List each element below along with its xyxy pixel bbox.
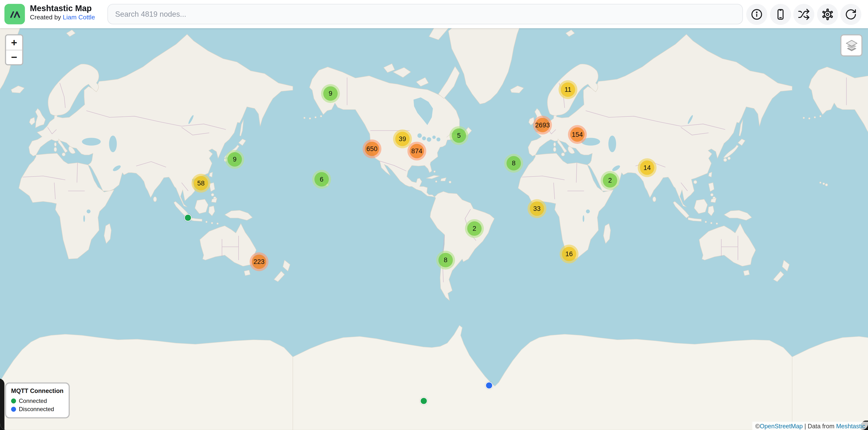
cluster-marker[interactable]: 5 <box>450 126 468 145</box>
gear-icon <box>821 8 833 20</box>
zoom-control: + − <box>5 34 23 65</box>
zoom-in-button[interactable]: + <box>6 35 22 49</box>
byline: Created by Liam Cottle <box>30 14 95 21</box>
osm-link[interactable]: OpenStreetMap <box>760 423 803 429</box>
cluster-count: 2 <box>603 173 617 188</box>
header-actions <box>746 4 861 25</box>
layers-icon <box>844 38 859 53</box>
legend-item-disconnected: Disconnected <box>11 405 64 412</box>
meshtastic-map-app: Meshtastic Map Created by Liam Cottle <box>0 0 868 430</box>
legend-label: Connected <box>19 397 47 404</box>
cluster-marker[interactable]: 2 <box>465 219 484 238</box>
node-marker-connected[interactable] <box>184 214 191 221</box>
cluster-count: 16 <box>562 247 576 261</box>
cluster-count: 8 <box>506 156 521 170</box>
cluster-count: 650 <box>365 142 379 156</box>
cluster-count: 154 <box>570 127 584 142</box>
cluster-marker[interactable]: 9 <box>225 150 244 169</box>
connected-dot-icon <box>11 398 16 403</box>
legend-label: Disconnected <box>19 405 54 412</box>
disconnected-dot-icon <box>11 406 16 411</box>
cluster-marker[interactable]: 58 <box>192 174 211 193</box>
cluster-count: 14 <box>640 161 654 175</box>
cluster-marker[interactable]: 16 <box>560 244 579 263</box>
cluster-marker[interactable]: 223 <box>250 252 269 271</box>
page-title: Meshtastic Map <box>30 3 95 13</box>
info-icon <box>750 8 763 20</box>
cluster-marker[interactable]: 2 <box>600 171 620 190</box>
cluster-count: 11 <box>561 82 575 97</box>
cluster-count: 5 <box>452 128 466 143</box>
top-bar: Meshtastic Map Created by Liam Cottle <box>0 0 868 28</box>
mobile-app-button[interactable] <box>770 4 791 25</box>
cluster-marker[interactable]: 14 <box>638 158 657 177</box>
meshtastic-link[interactable]: Meshtastic <box>836 423 865 429</box>
cluster-marker[interactable]: 8 <box>436 251 455 269</box>
refresh-button[interactable] <box>840 4 862 25</box>
cluster-marker[interactable]: 9 <box>321 84 340 103</box>
cluster-marker[interactable]: 154 <box>568 125 587 144</box>
markers-layer: 939650874511269315482143328162239586 <box>0 0 868 430</box>
cluster-marker[interactable]: 874 <box>407 142 426 161</box>
cluster-count: 39 <box>395 132 409 146</box>
layers-control[interactable] <box>840 34 862 57</box>
cluster-marker[interactable]: 2693 <box>533 116 552 135</box>
cluster-marker[interactable]: 8 <box>504 154 523 173</box>
title-block: Meshtastic Map Created by Liam Cottle <box>30 3 95 21</box>
map-attribution: © OpenStreetMap | Data from Meshtastic <box>752 422 868 430</box>
legend-title: MQTT Connection <box>11 387 64 394</box>
cluster-marker[interactable]: 650 <box>363 139 381 158</box>
mqtt-legend: MQTT Connection Connected Disconnected <box>5 382 70 418</box>
shuffle-icon <box>798 8 810 20</box>
attribution-separator: | Data from <box>803 423 836 429</box>
cluster-marker[interactable]: 11 <box>558 80 578 99</box>
cluster-count: 2693 <box>535 118 550 132</box>
byline-prefix: Created by <box>30 14 63 21</box>
cluster-count: 58 <box>194 176 208 190</box>
cluster-count: 2 <box>467 221 482 236</box>
meshtastic-logo-icon <box>4 4 25 25</box>
cluster-count: 8 <box>438 253 453 267</box>
zoom-out-button[interactable]: − <box>6 50 22 64</box>
window-corner-left <box>0 378 4 430</box>
cluster-count: 9 <box>227 152 242 167</box>
legend-item-connected: Connected <box>11 397 64 404</box>
smartphone-icon <box>774 8 786 20</box>
cluster-count: 33 <box>530 201 544 216</box>
random-node-button[interactable] <box>793 4 814 25</box>
cluster-count: 223 <box>252 255 266 269</box>
refresh-icon <box>845 8 857 20</box>
settings-button[interactable] <box>817 4 838 25</box>
search-input[interactable] <box>107 4 743 25</box>
cluster-count: 6 <box>314 172 329 187</box>
cluster-marker[interactable]: 6 <box>312 170 331 189</box>
node-marker-connected[interactable] <box>420 397 427 404</box>
info-button[interactable] <box>746 4 767 25</box>
copyright-text: © <box>755 423 760 429</box>
node-marker-disconnected[interactable] <box>486 382 493 389</box>
cluster-marker[interactable]: 33 <box>527 199 547 218</box>
cluster-count: 874 <box>409 144 424 158</box>
cluster-count: 9 <box>323 87 338 101</box>
author-link[interactable]: Liam Cottle <box>63 14 95 21</box>
